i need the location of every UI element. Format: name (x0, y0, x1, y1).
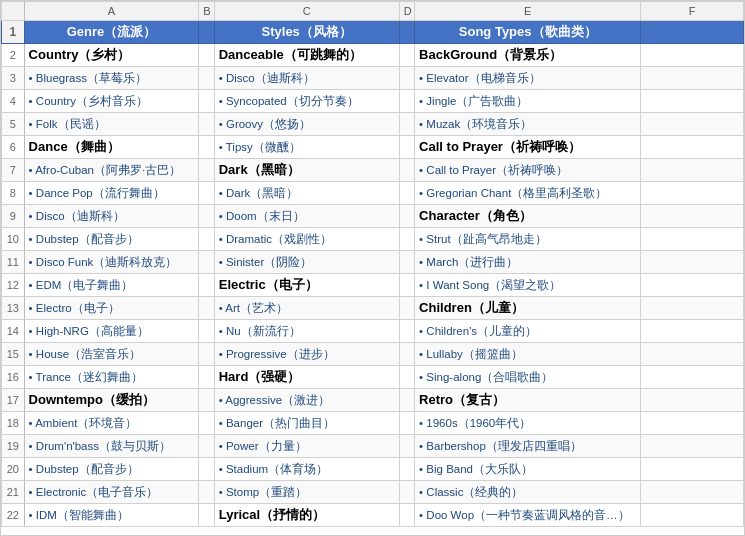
cell-c6[interactable]: • Tipsy（微醺） (214, 136, 399, 159)
col-letter-b[interactable]: B (199, 2, 214, 21)
cell-c17[interactable]: • Aggressive（激进） (214, 389, 399, 412)
cell-a2[interactable]: Country（乡村） (24, 44, 199, 67)
cell-a13[interactable]: • Electro（电子） (24, 297, 199, 320)
cell-a16[interactable]: • Trance（迷幻舞曲） (24, 366, 199, 389)
cell-c18[interactable]: • Banger（热门曲目） (214, 412, 399, 435)
cell-e19[interactable]: • Barbershop（理发店四重唱） (415, 435, 641, 458)
col-b-header-empty (199, 21, 214, 44)
cell-f8 (641, 182, 744, 205)
spreadsheet-container: A B C D E F 1 Genre（流派） Styles（风格） Song … (0, 0, 745, 536)
cell-c2[interactable]: Danceable（可跳舞的） (214, 44, 399, 67)
cell-c20[interactable]: • Stadium（体育场） (214, 458, 399, 481)
cell-e17[interactable]: Retro（复古） (415, 389, 641, 412)
cell-e5[interactable]: • Muzak（环境音乐） (415, 113, 641, 136)
cell-e12[interactable]: • I Want Song（渴望之歌） (415, 274, 641, 297)
cell-e13[interactable]: Children（儿童） (415, 297, 641, 320)
cell-f16 (641, 366, 744, 389)
col-letter-f[interactable]: F (641, 2, 744, 21)
cell-e4[interactable]: • Jingle（广告歌曲） (415, 90, 641, 113)
row-num: 4 (2, 90, 25, 113)
cell-a17[interactable]: Downtempo（缓拍） (24, 389, 199, 412)
table-row: 8 • Dance Pop（流行舞曲） • Dark（黑暗） • Gregori… (2, 182, 744, 205)
col-letter-d[interactable]: D (399, 2, 414, 21)
cell-d18 (399, 412, 414, 435)
cell-c15[interactable]: • Progressive（进步） (214, 343, 399, 366)
cell-e16[interactable]: • Sing-along（合唱歌曲） (415, 366, 641, 389)
column-letter-row: A B C D E F (2, 2, 744, 21)
cell-e2[interactable]: BackGround（背景乐） (415, 44, 641, 67)
cell-c8[interactable]: • Dark（黑暗） (214, 182, 399, 205)
cell-a18[interactable]: • Ambient（环境音） (24, 412, 199, 435)
cell-d8 (399, 182, 414, 205)
cell-a3[interactable]: • Bluegrass（草莓乐） (24, 67, 199, 90)
cell-a15[interactable]: • House（浩室音乐） (24, 343, 199, 366)
cell-d14 (399, 320, 414, 343)
cell-e18[interactable]: • 1960s（1960年代） (415, 412, 641, 435)
cell-a8[interactable]: • Dance Pop（流行舞曲） (24, 182, 199, 205)
row-num: 15 (2, 343, 25, 366)
cell-c16[interactable]: Hard（强硬） (214, 366, 399, 389)
col-letter-a[interactable]: A (24, 2, 199, 21)
cell-a6[interactable]: Dance（舞曲） (24, 136, 199, 159)
cell-c9[interactable]: • Doom（末日） (214, 205, 399, 228)
cell-a20[interactable]: • Dubstep（配音步） (24, 458, 199, 481)
cell-a10[interactable]: • Dubstep（配音步） (24, 228, 199, 251)
cell-c3[interactable]: • Disco（迪斯科） (214, 67, 399, 90)
cell-f13 (641, 297, 744, 320)
cell-a14[interactable]: • High-NRG（高能量） (24, 320, 199, 343)
cell-a5[interactable]: • Folk（民谣） (24, 113, 199, 136)
row-num: 10 (2, 228, 25, 251)
col-letter-e[interactable]: E (415, 2, 641, 21)
cell-d9 (399, 205, 414, 228)
cell-a7[interactable]: • Afro-Cuban（阿弗罗·古巴） (24, 159, 199, 182)
cell-c22[interactable]: Lyrical（抒情的） (214, 504, 399, 527)
cell-c11[interactable]: • Sinister（阴险） (214, 251, 399, 274)
cell-c14[interactable]: • Nu（新流行） (214, 320, 399, 343)
styles-header[interactable]: Styles（风格） (214, 21, 399, 44)
cell-a12[interactable]: • EDM（电子舞曲） (24, 274, 199, 297)
row-num: 11 (2, 251, 25, 274)
cell-c12[interactable]: Electric（电子） (214, 274, 399, 297)
table-row: 5 • Folk（民谣） • Groovy（悠扬） • Muzak（环境音乐） (2, 113, 744, 136)
cell-e10[interactable]: • Strut（趾高气昂地走） (415, 228, 641, 251)
row-num: 18 (2, 412, 25, 435)
cell-e14[interactable]: • Children's（儿童的） (415, 320, 641, 343)
table-row: 4 • Country（乡村音乐） • Syncopated（切分节奏） • J… (2, 90, 744, 113)
cell-c7[interactable]: Dark（黑暗） (214, 159, 399, 182)
cell-c10[interactable]: • Dramatic（戏剧性） (214, 228, 399, 251)
table-row: 21 • Electronic（电子音乐） • Stomp（重踏） • Clas… (2, 481, 744, 504)
cell-a4[interactable]: • Country（乡村音乐） (24, 90, 199, 113)
cell-e21[interactable]: • Classic（经典的） (415, 481, 641, 504)
cell-e22[interactable]: • Doo Wop（一种节奏蓝调风格的音…） (415, 504, 641, 527)
cell-c19[interactable]: • Power（力量） (214, 435, 399, 458)
cell-e9[interactable]: Character（角色） (415, 205, 641, 228)
table-row: 10 • Dubstep（配音步） • Dramatic（戏剧性） • Stru… (2, 228, 744, 251)
cell-a19[interactable]: • Drum'n'bass（鼓与贝斯） (24, 435, 199, 458)
genre-header[interactable]: Genre（流派） (24, 21, 199, 44)
cell-a9[interactable]: • Disco（迪斯科） (24, 205, 199, 228)
row-num: 22 (2, 504, 25, 527)
cell-a11[interactable]: • Disco Funk（迪斯科放克） (24, 251, 199, 274)
cell-c5[interactable]: • Groovy（悠扬） (214, 113, 399, 136)
cell-b16 (199, 366, 214, 389)
cell-b11 (199, 251, 214, 274)
cell-a21[interactable]: • Electronic（电子音乐） (24, 481, 199, 504)
songtypes-header[interactable]: Song Types（歌曲类） (415, 21, 641, 44)
cell-f15 (641, 343, 744, 366)
cell-f21 (641, 481, 744, 504)
cell-e11[interactable]: • March（进行曲） (415, 251, 641, 274)
table-row: 15 • House（浩室音乐） • Progressive（进步） • Lul… (2, 343, 744, 366)
cell-e7[interactable]: • Call to Prayer（祈祷呼唤） (415, 159, 641, 182)
cell-c4[interactable]: • Syncopated（切分节奏） (214, 90, 399, 113)
cell-e8[interactable]: • Gregorian Chant（格里高利圣歌） (415, 182, 641, 205)
row-num: 20 (2, 458, 25, 481)
cell-e6[interactable]: Call to Prayer（祈祷呼唤） (415, 136, 641, 159)
cell-e15[interactable]: • Lullaby（摇篮曲） (415, 343, 641, 366)
cell-c13[interactable]: • Art（艺术） (214, 297, 399, 320)
cell-e20[interactable]: • Big Band（大乐队） (415, 458, 641, 481)
cell-e3[interactable]: • Elevator（电梯音乐） (415, 67, 641, 90)
cell-f7 (641, 159, 744, 182)
cell-a22[interactable]: • IDM（智能舞曲） (24, 504, 199, 527)
cell-c21[interactable]: • Stomp（重踏） (214, 481, 399, 504)
col-letter-c[interactable]: C (214, 2, 399, 21)
